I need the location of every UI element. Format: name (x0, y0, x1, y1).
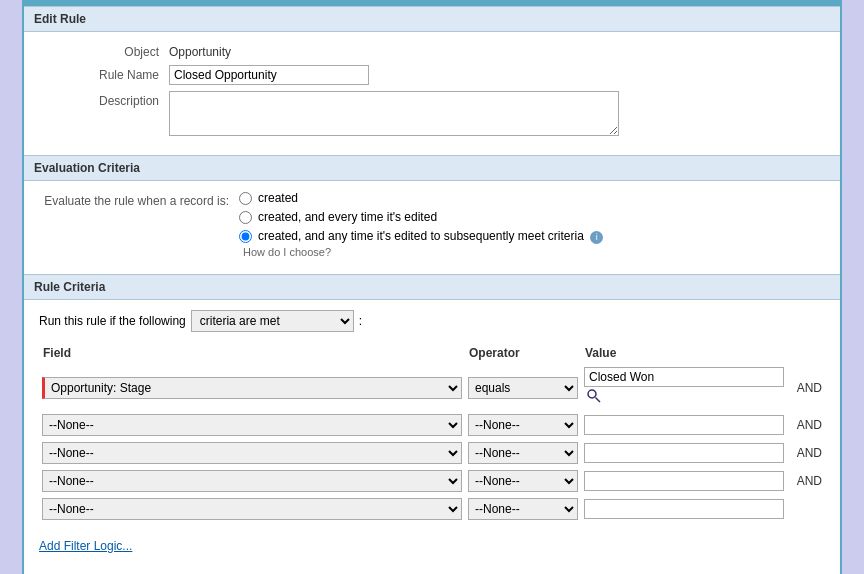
operator-column-header: Operator (465, 342, 581, 364)
operator-select-2[interactable]: --None-- (468, 442, 578, 464)
rule-criteria-title: Rule Criteria (34, 280, 105, 294)
info-icon[interactable]: i (590, 231, 603, 244)
evaluation-criteria-section: Evaluation Criteria Evaluate the rule wh… (24, 155, 840, 274)
value-input-3[interactable] (584, 471, 784, 491)
radio-item-created-subsequently: created, and any time it's edited to sub… (239, 229, 825, 244)
operator-cell: --None-- (465, 467, 581, 495)
rule-criteria-header: Rule Criteria (24, 274, 840, 300)
field-cell: --None-- (39, 495, 465, 523)
footer-buttons: Save Cancel (24, 563, 840, 574)
radio-item-created: created (239, 191, 825, 205)
search-icon (586, 388, 602, 404)
value-cell (581, 467, 790, 495)
description-input[interactable] (169, 91, 619, 136)
operator-select-4[interactable]: --None-- (468, 498, 578, 520)
evaluation-criteria-title: Evaluation Criteria (34, 161, 140, 175)
edit-rule-title: Edit Rule (34, 12, 86, 26)
field-cell: --None-- (39, 411, 465, 439)
edit-rule-header: Edit Rule (24, 6, 840, 32)
rule-criteria-body: Run this rule if the following criteria … (24, 300, 840, 563)
operator-select-0[interactable]: equals (468, 377, 578, 399)
and-cell: AND (790, 364, 825, 411)
field-select-2[interactable]: --None-- (42, 442, 462, 464)
and-column-header (790, 342, 825, 364)
operator-select-3[interactable]: --None-- (468, 470, 578, 492)
rule-name-row: Rule Name (39, 65, 825, 85)
value-input-0[interactable] (584, 367, 784, 387)
and-cell: AND (790, 467, 825, 495)
operator-cell: equals (465, 364, 581, 411)
svg-line-1 (596, 398, 601, 403)
value-cell (581, 439, 790, 467)
evaluate-label: Evaluate the rule when a record is: (39, 191, 239, 208)
evaluation-criteria-body: Evaluate the rule when a record is: crea… (24, 181, 840, 274)
value-cell (581, 495, 790, 523)
operator-cell: --None-- (465, 495, 581, 523)
radio-created-subsequently-label: created, and any time it's edited to sub… (258, 229, 603, 244)
value-input-4[interactable] (584, 499, 784, 519)
and-label-2: AND (793, 446, 822, 460)
run-rule-select[interactable]: criteria are met formula evaluates to tr… (191, 310, 354, 332)
field-select-0[interactable]: Opportunity: Stage (42, 377, 462, 399)
criteria-row: Opportunity: StageequalsAND (39, 364, 825, 411)
field-select-3[interactable]: --None-- (42, 470, 462, 492)
field-cell: Opportunity: Stage (39, 364, 465, 411)
and-label-3: AND (793, 474, 822, 488)
field-select-1[interactable]: --None-- (42, 414, 462, 436)
evaluation-criteria-header: Evaluation Criteria (24, 155, 840, 181)
radio-created-label: created (258, 191, 298, 205)
and-label-1: AND (793, 418, 822, 432)
run-rule-row: Run this rule if the following criteria … (39, 310, 825, 332)
operator-cell: --None-- (465, 411, 581, 439)
run-rule-colon: : (359, 314, 362, 328)
main-container: Edit Rule Object Opportunity Rule Name D… (22, 0, 842, 574)
description-value-container (169, 91, 825, 139)
and-cell: AND (790, 411, 825, 439)
rule-name-value-container (169, 65, 825, 85)
radio-group: created created, and every time it's edi… (239, 191, 825, 244)
criteria-table: Field Operator Value Opportunity: Stagee… (39, 342, 825, 523)
value-input-1[interactable] (584, 415, 784, 435)
evaluate-options: created created, and every time it's edi… (239, 191, 825, 258)
field-cell: --None-- (39, 467, 465, 495)
and-cell (790, 495, 825, 523)
operator-cell: --None-- (465, 439, 581, 467)
object-label: Object (39, 42, 169, 59)
value-column-header: Value (581, 342, 790, 364)
radio-created-subsequently[interactable] (239, 230, 252, 243)
svg-point-0 (588, 390, 596, 398)
criteria-row: --None----None--AND (39, 411, 825, 439)
radio-created-edited[interactable] (239, 211, 252, 224)
add-filter-container: Add Filter Logic... (39, 531, 825, 553)
rule-criteria-section: Rule Criteria Run this rule if the follo… (24, 274, 840, 563)
criteria-header-row: Field Operator Value (39, 342, 825, 364)
object-row: Object Opportunity (39, 42, 825, 59)
radio-created[interactable] (239, 192, 252, 205)
add-filter-link[interactable]: Add Filter Logic... (39, 539, 132, 553)
value-input-2[interactable] (584, 443, 784, 463)
and-cell: AND (790, 439, 825, 467)
how-choose-link[interactable]: How do I choose? (243, 246, 825, 258)
radio-item-created-edited: created, and every time it's edited (239, 210, 825, 224)
value-cell (581, 411, 790, 439)
field-cell: --None-- (39, 439, 465, 467)
criteria-row: --None----None--AND (39, 467, 825, 495)
value-cell (581, 364, 790, 411)
description-label: Description (39, 91, 169, 108)
run-rule-label: Run this rule if the following (39, 314, 186, 328)
radio-created-edited-label: created, and every time it's edited (258, 210, 437, 224)
object-value: Opportunity (169, 42, 825, 59)
value-search-button-0[interactable] (584, 387, 604, 408)
field-column-header: Field (39, 342, 465, 364)
criteria-row: --None----None--AND (39, 439, 825, 467)
and-label-0: AND (793, 381, 822, 395)
edit-rule-body: Object Opportunity Rule Name Description (24, 32, 840, 155)
rule-name-label: Rule Name (39, 65, 169, 82)
rule-name-input[interactable] (169, 65, 369, 85)
criteria-row: --None----None-- (39, 495, 825, 523)
operator-select-1[interactable]: --None-- (468, 414, 578, 436)
field-select-4[interactable]: --None-- (42, 498, 462, 520)
edit-rule-section: Edit Rule Object Opportunity Rule Name D… (24, 6, 840, 155)
evaluate-row: Evaluate the rule when a record is: crea… (39, 191, 825, 258)
description-row: Description (39, 91, 825, 139)
